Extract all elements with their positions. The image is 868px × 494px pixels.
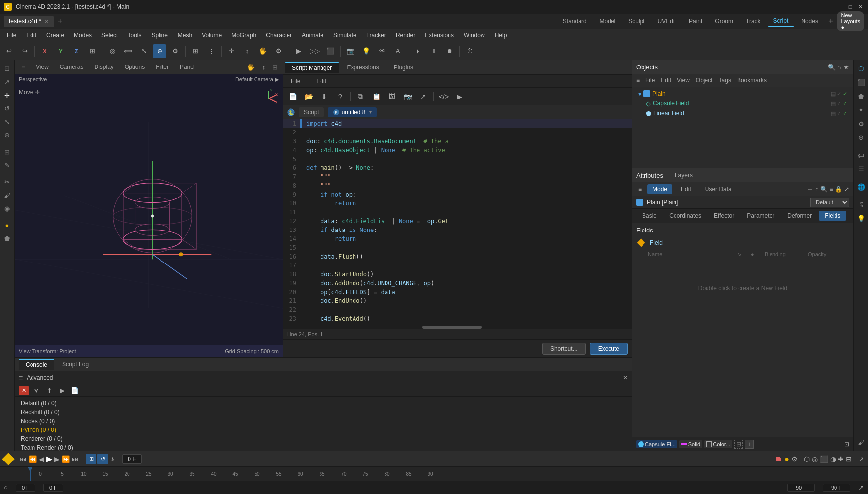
attr-subtab-parameter[interactable]: Parameter (741, 211, 780, 221)
tb-scale-icon[interactable]: ⤡ (137, 44, 151, 58)
menu-volume[interactable]: Volume (197, 30, 226, 41)
menu-tools[interactable]: Tools (123, 30, 146, 41)
rr-layer-icon[interactable]: ☰ (855, 163, 868, 175)
objects-search-icon[interactable]: 🔍 (828, 64, 836, 71)
rr-light-icon[interactable]: 💡 (855, 212, 868, 225)
menu-mesh[interactable]: Mesh (173, 30, 197, 41)
objects-home-icon[interactable]: ⌂ (837, 64, 841, 71)
shortcut-button[interactable]: Shortcut... (542, 343, 586, 355)
tb-y-axis-icon[interactable]: Y (54, 44, 67, 58)
attr-subtab-effector[interactable]: Effector (708, 211, 740, 221)
objects-tb-tags-icon[interactable]: Tags (717, 76, 733, 85)
tl-to-end-icon[interactable]: ⏭ (72, 455, 79, 463)
objects-tb-menu-icon[interactable]: ≡ (634, 76, 642, 85)
vp-hand-icon[interactable]: 🖐 (244, 63, 257, 72)
tl-prev-key-icon[interactable]: ⏪ (29, 455, 37, 463)
menu-character[interactable]: Character (261, 30, 297, 41)
attr-search-icon[interactable]: 🔍 (820, 186, 828, 193)
nav-nodes[interactable]: Nodes (795, 16, 824, 26)
tb-rotate-icon[interactable]: ⊕ (153, 44, 166, 58)
sm-code-icon[interactable]: </> (437, 90, 450, 103)
tl-record-pos-icon[interactable]: ⊞ (86, 454, 96, 464)
attr-up-icon[interactable]: ↑ (815, 186, 818, 193)
layer-panel-icon[interactable]: ⊡ (844, 441, 849, 448)
attr-userdata-btn[interactable]: User Data (700, 184, 737, 194)
lt-select-icon[interactable]: ⊡ (1, 62, 14, 75)
tb-x-axis-icon[interactable]: X (38, 44, 52, 58)
timeline-key-icon[interactable] (2, 453, 14, 465)
menu-tracker[interactable]: Tracker (361, 30, 391, 41)
rr-nodes-icon[interactable]: ✦ (855, 103, 868, 116)
console-menu-icon[interactable]: ≡ (19, 374, 23, 382)
attr-lock-icon[interactable]: 🔒 (835, 186, 842, 193)
tb-font-icon[interactable]: A (391, 44, 405, 58)
attr-expand-icon[interactable]: ⤢ (844, 186, 849, 193)
sm-menu-file[interactable]: File (287, 77, 304, 86)
tb-settings-icon[interactable]: ⚙ (272, 44, 286, 58)
lt-brush-icon[interactable]: 🖌 (1, 189, 14, 201)
viewport-canvas[interactable]: X Y Z Move ✛ (15, 85, 283, 345)
vp-filter-btn[interactable]: Filter (152, 63, 173, 71)
lt-knife-icon[interactable]: ✂ (1, 175, 14, 188)
fields-empty-message[interactable]: Double click to create a New Field (632, 263, 853, 313)
lt-scale-icon[interactable]: ⤡ (1, 115, 14, 128)
status-graph-icon[interactable]: ↗ (858, 484, 864, 492)
nav-standard[interactable]: Standard (557, 16, 593, 26)
execute-button[interactable]: Execute (590, 343, 628, 355)
tb-snap-icon[interactable]: ⊞ (189, 44, 202, 58)
sm-paste-icon[interactable]: 📋 (369, 90, 383, 103)
console-item-default[interactable]: Default (0 / 0) (19, 399, 628, 408)
menu-help[interactable]: Help (490, 30, 512, 41)
rr-render-icon[interactable]: ⊕ (855, 131, 868, 144)
lt-paint-icon[interactable]: ◉ (1, 202, 14, 215)
sm-copy-icon[interactable]: ⧉ (354, 90, 367, 103)
tl-key5-icon[interactable]: ✚ (838, 455, 844, 463)
objects-bookmark-icon[interactable]: ★ (843, 64, 849, 71)
menu-select[interactable]: Select (96, 30, 123, 41)
lt-move-icon[interactable]: ✛ (1, 89, 14, 101)
layer-color-item[interactable]: Color... (704, 440, 732, 448)
attr-edit-btn[interactable]: Edit (676, 184, 696, 194)
attr-back-icon[interactable]: ← (807, 186, 813, 193)
layers-tab-btn[interactable]: Layers (675, 172, 693, 179)
nav-track[interactable]: Track (740, 16, 767, 26)
tb-light-icon[interactable]: 💡 (359, 44, 373, 58)
rr-globe-icon[interactable]: 🌐 (855, 180, 868, 193)
status-icon[interactable]: ○ (4, 484, 8, 491)
sm-run-icon[interactable]: ▶ (452, 90, 466, 103)
sm-tab-script-manager[interactable]: Script Manager (285, 62, 339, 73)
layer-capsule-item[interactable]: Capsule Fi... (636, 440, 677, 448)
tree-item-plain[interactable]: ▾ Plain ▤ ✓ ✓ (636, 89, 849, 99)
tl-key3-icon[interactable]: ⬛ (820, 455, 828, 463)
status-end-frame-right2[interactable]: 90 F (823, 484, 850, 492)
console-item-teamrender[interactable]: Team Render (0 / 0) (19, 443, 628, 451)
console-item-renderer[interactable]: Renderer (0 / 0) (19, 434, 628, 443)
nav-add-button[interactable]: + (825, 16, 836, 27)
tb-clock-icon[interactable]: ⏱ (463, 44, 477, 58)
lt-obj-props-icon[interactable]: ⊞ (1, 145, 14, 158)
nav-script[interactable]: Script (768, 16, 795, 27)
nav-groom[interactable]: Groom (709, 16, 739, 26)
tb-z-axis-icon[interactable]: Z (69, 44, 83, 58)
console-close-icon[interactable]: ✕ (623, 374, 628, 381)
menu-render[interactable]: Render (391, 30, 420, 41)
tl-record-rot-icon[interactable]: ↺ (97, 454, 108, 464)
attr-menu-icon[interactable]: ≡ (636, 185, 643, 194)
tb-undo-icon[interactable]: ↩ (2, 44, 16, 58)
objects-tb-edit-icon[interactable]: Edit (659, 76, 673, 85)
rr-tag-icon[interactable]: 🏷 (855, 149, 868, 162)
console-tab-console[interactable]: Console (19, 359, 54, 370)
console-doc-icon[interactable]: 📄 (70, 386, 80, 395)
tl-play-icon[interactable]: ▶ (46, 454, 52, 463)
tb-redo-icon[interactable]: ↪ (18, 44, 32, 58)
menu-mograph[interactable]: MoGraph (226, 30, 261, 41)
rr-sphere-icon[interactable]: ⬟ (855, 90, 868, 102)
nav-paint[interactable]: Paint (683, 16, 708, 26)
close-button[interactable]: ✕ (856, 3, 864, 11)
sm-menu-edit[interactable]: Edit (312, 77, 330, 86)
vp-cameras-btn[interactable]: Cameras (56, 63, 88, 71)
timeline-ruler[interactable]: 0 5 10 15 20 25 30 35 40 45 50 55 60 65 … (0, 467, 868, 481)
sm-tab-expressions[interactable]: Expressions (340, 62, 386, 73)
attr-subtab-fields[interactable]: Fields (819, 211, 846, 221)
tab-testest[interactable]: testest.c4d * ✕ (4, 16, 54, 27)
